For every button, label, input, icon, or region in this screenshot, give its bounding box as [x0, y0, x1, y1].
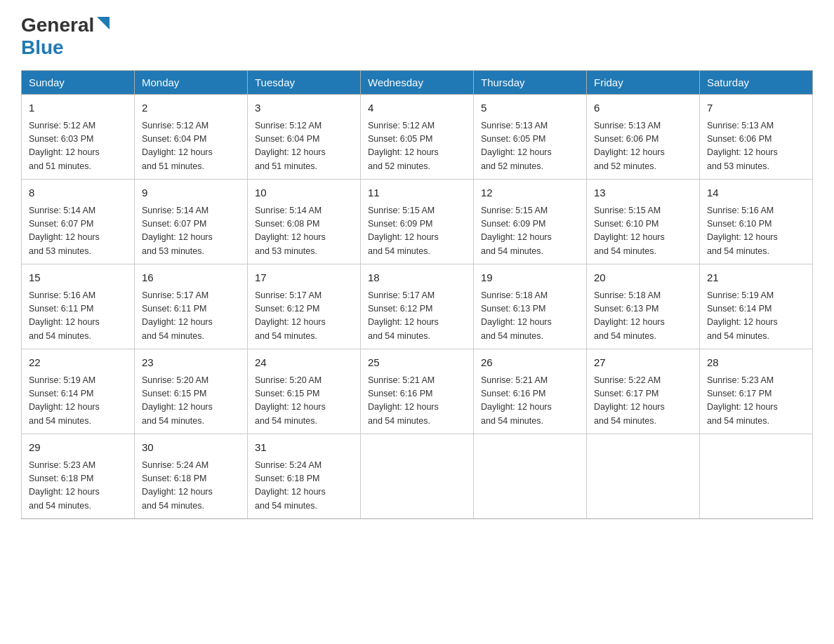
day-info: Sunrise: 5:15 AMSunset: 6:09 PMDaylight:…	[481, 204, 579, 259]
day-number: 13	[594, 185, 692, 201]
calendar-cell	[587, 434, 700, 519]
calendar-cell	[700, 434, 813, 519]
day-number: 6	[594, 100, 692, 116]
calendar-cell: 29Sunrise: 5:23 AMSunset: 6:18 PMDayligh…	[22, 434, 135, 519]
day-info: Sunrise: 5:18 AMSunset: 6:13 PMDaylight:…	[481, 289, 579, 344]
page-header: General Blue	[21, 14, 813, 59]
day-info: Sunrise: 5:24 AMSunset: 6:18 PMDaylight:…	[142, 459, 240, 514]
day-number: 29	[29, 440, 127, 456]
calendar-cell: 15Sunrise: 5:16 AMSunset: 6:11 PMDayligh…	[22, 264, 135, 349]
calendar-cell: 25Sunrise: 5:21 AMSunset: 6:16 PMDayligh…	[361, 349, 474, 434]
day-number: 8	[29, 185, 127, 201]
day-info: Sunrise: 5:14 AMSunset: 6:07 PMDaylight:…	[142, 204, 240, 259]
day-number: 20	[594, 270, 692, 286]
day-number: 27	[594, 355, 692, 371]
col-header-saturday: Saturday	[700, 71, 813, 95]
day-number: 14	[707, 185, 805, 201]
day-number: 28	[707, 355, 805, 371]
calendar-cell: 13Sunrise: 5:15 AMSunset: 6:10 PMDayligh…	[587, 180, 700, 264]
col-header-tuesday: Tuesday	[248, 71, 361, 95]
day-number: 11	[368, 185, 466, 201]
calendar-cell: 18Sunrise: 5:17 AMSunset: 6:12 PMDayligh…	[361, 264, 474, 349]
day-info: Sunrise: 5:15 AMSunset: 6:09 PMDaylight:…	[368, 204, 466, 259]
calendar-cell: 14Sunrise: 5:16 AMSunset: 6:10 PMDayligh…	[700, 180, 813, 264]
week-row-4: 22Sunrise: 5:19 AMSunset: 6:14 PMDayligh…	[22, 349, 813, 434]
day-number: 1	[29, 100, 127, 116]
day-info: Sunrise: 5:21 AMSunset: 6:16 PMDaylight:…	[481, 374, 579, 429]
calendar-header-row: SundayMondayTuesdayWednesdayThursdayFrid…	[22, 71, 813, 95]
day-info: Sunrise: 5:12 AMSunset: 6:05 PMDaylight:…	[368, 119, 466, 174]
calendar-cell: 7Sunrise: 5:13 AMSunset: 6:06 PMDaylight…	[700, 95, 813, 180]
col-header-thursday: Thursday	[474, 71, 587, 95]
col-header-monday: Monday	[135, 71, 248, 95]
day-number: 3	[255, 100, 353, 116]
day-info: Sunrise: 5:19 AMSunset: 6:14 PMDaylight:…	[29, 374, 127, 429]
calendar-cell	[474, 434, 587, 519]
day-info: Sunrise: 5:14 AMSunset: 6:08 PMDaylight:…	[255, 204, 353, 259]
calendar-cell: 4Sunrise: 5:12 AMSunset: 6:05 PMDaylight…	[361, 95, 474, 180]
day-number: 21	[707, 270, 805, 286]
day-info: Sunrise: 5:16 AMSunset: 6:11 PMDaylight:…	[29, 289, 127, 344]
col-header-friday: Friday	[587, 71, 700, 95]
calendar-cell: 21Sunrise: 5:19 AMSunset: 6:14 PMDayligh…	[700, 264, 813, 349]
calendar-cell: 31Sunrise: 5:24 AMSunset: 6:18 PMDayligh…	[248, 434, 361, 519]
day-number: 9	[142, 185, 240, 201]
logo[interactable]: General Blue	[21, 14, 110, 59]
day-info: Sunrise: 5:17 AMSunset: 6:11 PMDaylight:…	[142, 289, 240, 344]
day-info: Sunrise: 5:15 AMSunset: 6:10 PMDaylight:…	[594, 204, 692, 259]
calendar-cell: 10Sunrise: 5:14 AMSunset: 6:08 PMDayligh…	[248, 180, 361, 264]
calendar-cell: 16Sunrise: 5:17 AMSunset: 6:11 PMDayligh…	[135, 264, 248, 349]
calendar-cell: 27Sunrise: 5:22 AMSunset: 6:17 PMDayligh…	[587, 349, 700, 434]
day-info: Sunrise: 5:12 AMSunset: 6:04 PMDaylight:…	[255, 119, 353, 174]
day-info: Sunrise: 5:12 AMSunset: 6:03 PMDaylight:…	[29, 119, 127, 174]
calendar-cell: 9Sunrise: 5:14 AMSunset: 6:07 PMDaylight…	[135, 180, 248, 264]
day-info: Sunrise: 5:22 AMSunset: 6:17 PMDaylight:…	[594, 374, 692, 429]
calendar-cell: 23Sunrise: 5:20 AMSunset: 6:15 PMDayligh…	[135, 349, 248, 434]
calendar-cell: 19Sunrise: 5:18 AMSunset: 6:13 PMDayligh…	[474, 264, 587, 349]
week-row-1: 1Sunrise: 5:12 AMSunset: 6:03 PMDaylight…	[22, 95, 813, 180]
day-number: 19	[481, 270, 579, 286]
calendar-cell: 12Sunrise: 5:15 AMSunset: 6:09 PMDayligh…	[474, 180, 587, 264]
day-number: 4	[368, 100, 466, 116]
day-number: 17	[255, 270, 353, 286]
day-info: Sunrise: 5:24 AMSunset: 6:18 PMDaylight:…	[255, 459, 353, 514]
day-info: Sunrise: 5:20 AMSunset: 6:15 PMDaylight:…	[255, 374, 353, 429]
calendar-cell: 11Sunrise: 5:15 AMSunset: 6:09 PMDayligh…	[361, 180, 474, 264]
day-info: Sunrise: 5:17 AMSunset: 6:12 PMDaylight:…	[255, 289, 353, 344]
day-number: 2	[142, 100, 240, 116]
day-number: 7	[707, 100, 805, 116]
col-header-wednesday: Wednesday	[361, 71, 474, 95]
day-number: 5	[481, 100, 579, 116]
day-info: Sunrise: 5:13 AMSunset: 6:06 PMDaylight:…	[707, 119, 805, 174]
day-info: Sunrise: 5:23 AMSunset: 6:18 PMDaylight:…	[29, 459, 127, 514]
calendar-cell: 8Sunrise: 5:14 AMSunset: 6:07 PMDaylight…	[22, 180, 135, 264]
day-number: 30	[142, 440, 240, 456]
calendar-cell: 5Sunrise: 5:13 AMSunset: 6:05 PMDaylight…	[474, 95, 587, 180]
day-info: Sunrise: 5:19 AMSunset: 6:14 PMDaylight:…	[707, 289, 805, 344]
week-row-2: 8Sunrise: 5:14 AMSunset: 6:07 PMDaylight…	[22, 180, 813, 264]
day-number: 31	[255, 440, 353, 456]
day-info: Sunrise: 5:16 AMSunset: 6:10 PMDaylight:…	[707, 204, 805, 259]
day-info: Sunrise: 5:13 AMSunset: 6:06 PMDaylight:…	[594, 119, 692, 174]
day-number: 24	[255, 355, 353, 371]
calendar-cell: 2Sunrise: 5:12 AMSunset: 6:04 PMDaylight…	[135, 95, 248, 180]
day-info: Sunrise: 5:23 AMSunset: 6:17 PMDaylight:…	[707, 374, 805, 429]
calendar-cell: 17Sunrise: 5:17 AMSunset: 6:12 PMDayligh…	[248, 264, 361, 349]
calendar-cell: 22Sunrise: 5:19 AMSunset: 6:14 PMDayligh…	[22, 349, 135, 434]
calendar-table: SundayMondayTuesdayWednesdayThursdayFrid…	[21, 70, 813, 519]
calendar-cell	[361, 434, 474, 519]
day-number: 16	[142, 270, 240, 286]
day-info: Sunrise: 5:18 AMSunset: 6:13 PMDaylight:…	[594, 289, 692, 344]
day-info: Sunrise: 5:12 AMSunset: 6:04 PMDaylight:…	[142, 119, 240, 174]
day-number: 22	[29, 355, 127, 371]
day-number: 23	[142, 355, 240, 371]
day-number: 10	[255, 185, 353, 201]
calendar-cell: 20Sunrise: 5:18 AMSunset: 6:13 PMDayligh…	[587, 264, 700, 349]
day-number: 18	[368, 270, 466, 286]
day-info: Sunrise: 5:17 AMSunset: 6:12 PMDaylight:…	[368, 289, 466, 344]
calendar-cell: 28Sunrise: 5:23 AMSunset: 6:17 PMDayligh…	[700, 349, 813, 434]
week-row-3: 15Sunrise: 5:16 AMSunset: 6:11 PMDayligh…	[22, 264, 813, 349]
day-number: 25	[368, 355, 466, 371]
week-row-5: 29Sunrise: 5:23 AMSunset: 6:18 PMDayligh…	[22, 434, 813, 519]
calendar-cell: 6Sunrise: 5:13 AMSunset: 6:06 PMDaylight…	[587, 95, 700, 180]
